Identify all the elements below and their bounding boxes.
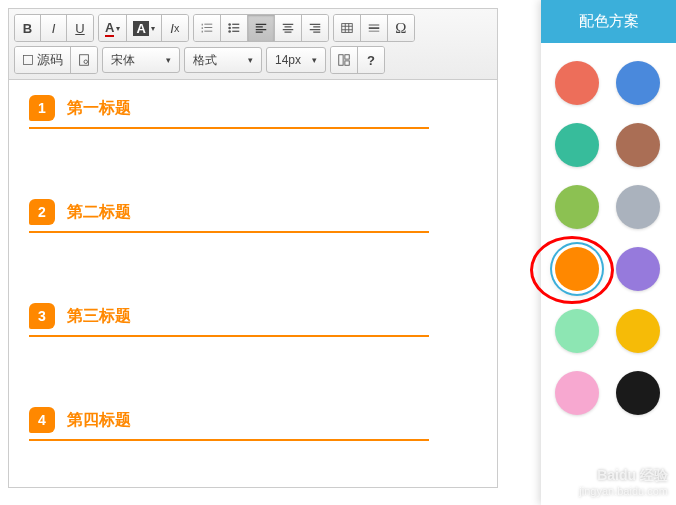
heading-number: 1 [29, 95, 55, 121]
font-size-dropdown[interactable]: 14px [266, 47, 326, 73]
heading-item[interactable]: 3第三标题 [29, 303, 429, 337]
color-swatch-orange[interactable] [555, 247, 599, 291]
numbered-list-button[interactable] [194, 15, 221, 41]
svg-point-9 [84, 60, 88, 64]
align-center-button[interactable] [275, 15, 302, 41]
color-swatch-blue[interactable] [616, 61, 660, 105]
table-icon [340, 21, 354, 35]
underline-button[interactable]: U [67, 15, 93, 41]
special-char-button[interactable]: Ω [388, 15, 414, 41]
svg-rect-3 [232, 27, 239, 28]
svg-rect-11 [345, 55, 349, 59]
svg-rect-1 [232, 24, 239, 25]
color-grid [541, 43, 676, 433]
color-swatch-purple[interactable] [616, 247, 660, 291]
heading-number: 4 [29, 407, 55, 433]
format-dropdown[interactable]: 格式 [184, 47, 262, 73]
color-swatch-teal[interactable] [555, 123, 599, 167]
text-color-button[interactable]: A▾ [99, 15, 127, 41]
color-swatch-yellow[interactable] [616, 309, 660, 353]
heading-text: 第一标题 [67, 98, 131, 119]
heading-text: 第三标题 [67, 306, 131, 327]
color-panel-title: 配色方案 [541, 0, 676, 43]
svg-point-2 [228, 27, 231, 30]
svg-rect-7 [24, 56, 33, 65]
table-button[interactable] [334, 15, 361, 41]
svg-point-0 [228, 23, 231, 26]
toolbar: B I U A▾ A▾ Ix Ω [9, 9, 497, 80]
preview-button[interactable] [71, 47, 97, 73]
editor-content[interactable]: 1第一标题2第二标题3第三标题4第四标题 [9, 80, 497, 505]
color-swatch-green[interactable] [555, 185, 599, 229]
ul-icon [227, 21, 241, 35]
align-left-icon [254, 21, 268, 35]
svg-rect-6 [342, 24, 353, 33]
font-family-dropdown[interactable]: 宋体 [102, 47, 180, 73]
italic-button[interactable]: I [41, 15, 67, 41]
color-swatch-coral[interactable] [555, 61, 599, 105]
svg-rect-10 [339, 55, 343, 66]
template-button[interactable] [331, 47, 358, 73]
editor-panel: B I U A▾ A▾ Ix Ω [8, 8, 498, 488]
hr-icon [367, 21, 381, 35]
align-right-icon [308, 21, 322, 35]
heading-text: 第二标题 [67, 202, 131, 223]
align-right-button[interactable] [302, 15, 328, 41]
svg-rect-12 [345, 61, 349, 65]
color-swatch-pink[interactable] [555, 371, 599, 415]
heading-text: 第四标题 [67, 410, 131, 431]
source-button[interactable]: 源码 [15, 47, 71, 73]
align-left-button[interactable] [248, 15, 275, 41]
align-center-icon [281, 21, 295, 35]
remove-format-button[interactable]: Ix [162, 15, 188, 41]
heading-item[interactable]: 1第一标题 [29, 95, 429, 129]
preview-icon [77, 53, 91, 67]
ol-icon [200, 21, 214, 35]
svg-point-4 [228, 30, 231, 33]
template-icon [337, 53, 351, 67]
heading-number: 2 [29, 199, 55, 225]
help-button[interactable]: ? [358, 47, 384, 73]
heading-item[interactable]: 2第二标题 [29, 199, 429, 233]
color-swatch-gray[interactable] [616, 185, 660, 229]
bold-button[interactable]: B [15, 15, 41, 41]
bg-color-button[interactable]: A▾ [127, 15, 161, 41]
color-scheme-panel: 配色方案 [541, 0, 676, 505]
svg-rect-5 [232, 31, 239, 32]
source-icon [22, 54, 34, 66]
heading-number: 3 [29, 303, 55, 329]
color-swatch-mint[interactable] [555, 309, 599, 353]
hr-button[interactable] [361, 15, 388, 41]
heading-item[interactable]: 4第四标题 [29, 407, 429, 441]
color-swatch-brown[interactable] [616, 123, 660, 167]
color-swatch-black[interactable] [616, 371, 660, 415]
bullet-list-button[interactable] [221, 15, 248, 41]
